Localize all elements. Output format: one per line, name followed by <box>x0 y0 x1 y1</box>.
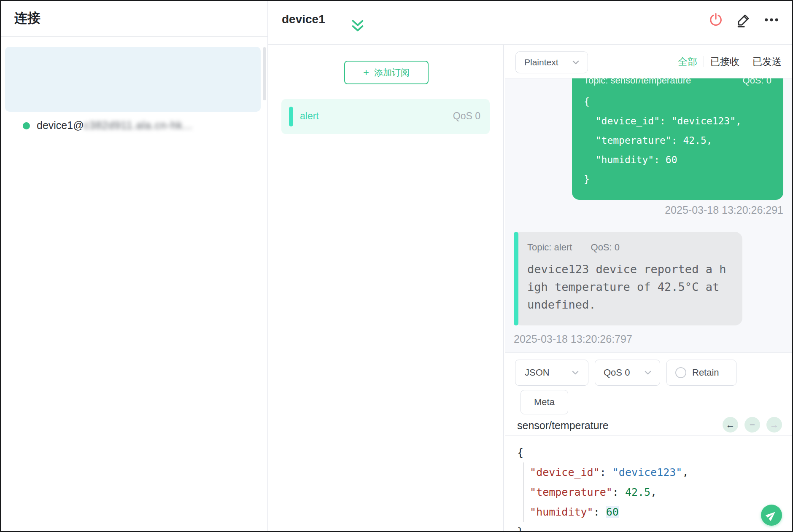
message-meta: Topic: alert QoS: 0 <box>527 242 731 253</box>
message-timestamp: 2025-03-18 13:20:26:797 <box>514 333 632 345</box>
message-payload: device123 device reported a high tempera… <box>527 261 731 314</box>
publish-topic-input[interactable]: sensor/temperature <box>517 419 609 432</box>
message-timestamp: 2025-03-18 13:20:26:291 <box>665 204 783 216</box>
tab-separator <box>704 56 704 67</box>
payload-type-value: JSON <box>525 367 550 378</box>
messages-panel: Plaintext 全部 已接收 已发送 Topic: sensor/temp <box>505 45 793 532</box>
plus-icon: + <box>363 67 369 78</box>
send-button[interactable] <box>761 505 782 526</box>
history-nav: ← − → <box>723 417 782 433</box>
tab-separator <box>746 56 746 67</box>
connection-title: device1 <box>282 13 325 26</box>
subscriptions-panel: + 添加订阅 alert QoS 0 <box>268 45 504 532</box>
message-topic: Topic: alert <box>527 242 572 253</box>
code-line: "humidity": 60 <box>517 502 793 522</box>
main-area: device1 <box>268 0 793 532</box>
mqttx-app: 连接 device1@c382d911.ala.cn-hk... device1 <box>0 0 793 532</box>
connection-name-masked: c382d911.ala.cn-hk... <box>84 119 193 131</box>
add-subscription-label: 添加订阅 <box>374 67 410 78</box>
history-back-button[interactable]: ← <box>723 417 738 433</box>
message-list[interactable]: Topic: sensor/temperature QoS: 0 { "devi… <box>505 78 793 352</box>
subscription-item-alert[interactable]: alert QoS 0 <box>281 99 490 134</box>
chevron-down-icon <box>572 58 580 67</box>
chevron-down-icon <box>644 368 652 377</box>
received-message-bubble[interactable]: Topic: alert QoS: 0 device123 device rep… <box>514 232 742 325</box>
indent-guide <box>523 462 523 522</box>
code-line: "device_id": "device123", <box>517 462 793 482</box>
message-qos: QoS: 0 <box>591 242 620 253</box>
tab-published[interactable]: 已发送 <box>753 55 782 68</box>
message-topic: Topic: sensor/temperature <box>584 78 691 86</box>
message-payload: { "device_id": "device123", "temperature… <box>584 92 771 189</box>
message-meta: Topic: sensor/temperature QoS: 0 <box>584 78 771 86</box>
header-actions <box>708 12 780 28</box>
published-message-bubble[interactable]: Topic: sensor/temperature QoS: 0 { "devi… <box>572 78 783 200</box>
sidebar-header: 连接 <box>0 0 267 37</box>
more-ellipsis-icon[interactable] <box>763 12 780 28</box>
code-line: { <box>517 443 793 462</box>
connection-status-dot-icon <box>23 122 30 129</box>
send-plane-icon <box>764 508 780 523</box>
payload-editor[interactable]: { "device_id": "device123", "temperature… <box>505 435 793 532</box>
retain-radio-icon[interactable] <box>675 367 686 378</box>
message-qos: QoS: 0 <box>743 78 771 86</box>
code-line: "temperature": 42.5, <box>517 482 793 502</box>
subscription-qos: QoS 0 <box>453 110 480 122</box>
message-filter-tabs: 全部 已接收 已发送 <box>678 45 782 78</box>
payload-format-select[interactable]: Plaintext <box>515 51 588 73</box>
publish-section: JSON QoS 0 Retain Meta <box>505 352 793 532</box>
disconnect-power-icon[interactable] <box>708 12 724 28</box>
subscription-color-bar <box>289 107 293 126</box>
topic-row: sensor/temperature ← − → <box>505 417 793 435</box>
retain-checkbox[interactable]: Retain <box>666 360 736 386</box>
payload-code[interactable]: { "device_id": "device123", "temperature… <box>505 436 793 532</box>
chevron-double-down-icon[interactable] <box>351 19 364 34</box>
qos-select[interactable]: QoS 0 <box>595 360 660 386</box>
subscription-topic: alert <box>300 110 319 122</box>
payload-type-select[interactable]: JSON <box>515 360 588 386</box>
tab-received[interactable]: 已接收 <box>710 55 739 68</box>
sidebar-scrollbar-thumb[interactable] <box>263 47 266 100</box>
message-accent-bar <box>514 232 518 325</box>
payload-format-value: Plaintext <box>524 57 558 67</box>
edit-pencil-icon[interactable] <box>736 12 752 28</box>
messages-header: Plaintext 全部 已接收 已发送 <box>505 45 793 78</box>
chevron-down-icon <box>571 368 580 377</box>
history-remove-button[interactable]: − <box>744 417 760 433</box>
connections-sidebar: 连接 device1@c382d911.ala.cn-hk... <box>0 0 268 532</box>
connection-header: device1 <box>268 0 793 45</box>
connection-name: device1@c382d911.ala.cn-hk... <box>37 119 193 132</box>
history-forward-button[interactable]: → <box>766 417 782 433</box>
tab-all[interactable]: 全部 <box>678 55 697 68</box>
code-line: } <box>517 522 793 532</box>
add-subscription-button[interactable]: + 添加订阅 <box>344 61 429 84</box>
connection-list-item[interactable]: device1@c382d911.ala.cn-hk... <box>5 47 261 112</box>
meta-button[interactable]: Meta <box>521 390 568 414</box>
retain-label: Retain <box>692 367 719 378</box>
sidebar-title: 连接 <box>14 9 40 27</box>
meta-label: Meta <box>534 397 555 408</box>
qos-value: QoS 0 <box>604 367 630 378</box>
